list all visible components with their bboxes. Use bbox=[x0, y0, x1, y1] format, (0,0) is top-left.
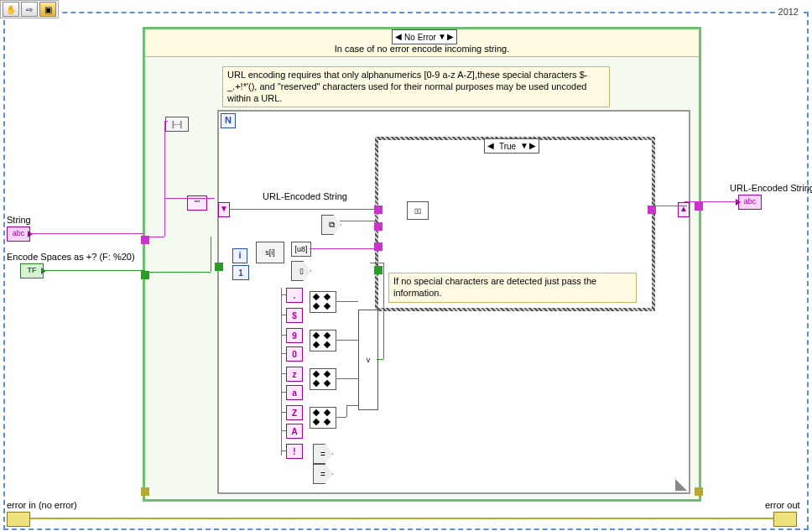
shift-register-left[interactable] bbox=[218, 202, 230, 217]
loop-i-label: i bbox=[238, 250, 241, 260]
highlight-exec-button[interactable]: ▣ bbox=[39, 2, 56, 17]
in-range-3[interactable] bbox=[310, 368, 336, 390]
chevron-down-icon[interactable]: ▼ bbox=[520, 141, 528, 151]
concatenate-strings[interactable]: ⧉ bbox=[321, 215, 341, 235]
string-tunnel-out bbox=[695, 202, 703, 211]
wire bbox=[164, 198, 215, 199]
const-label: $ bbox=[292, 311, 297, 320]
loop-iteration-terminal[interactable]: i bbox=[232, 248, 247, 263]
wire bbox=[310, 248, 375, 249]
const-label: a bbox=[292, 388, 297, 398]
arrow-tool-button[interactable]: ⇨ bbox=[21, 2, 38, 17]
in-range-4[interactable] bbox=[310, 407, 336, 429]
terminal-out-arrow-icon bbox=[41, 268, 46, 274]
or-label: v bbox=[367, 356, 371, 364]
loop-resize-handle[interactable] bbox=[675, 479, 687, 491]
abc-icon: abc bbox=[744, 197, 757, 206]
wire bbox=[684, 201, 696, 202]
error-out-terminal[interactable] bbox=[773, 512, 797, 527]
error-in-label: error in (no error) bbox=[7, 500, 77, 510]
string-subset-node[interactable]: s[i] bbox=[256, 242, 284, 263]
pan-tool-button[interactable]: ✋ bbox=[3, 2, 19, 17]
wire bbox=[336, 417, 346, 418]
terminal-in-arrow-icon bbox=[736, 199, 741, 206]
wire bbox=[281, 335, 286, 336]
inner-case-structure[interactable]: ◀ True ▼ ▶ ▯▯ If no special characters a… bbox=[375, 137, 655, 311]
in-range-1[interactable] bbox=[310, 291, 336, 313]
string-out-terminal[interactable]: abc bbox=[738, 195, 762, 210]
wire bbox=[30, 233, 143, 234]
for-loop[interactable]: N URL-Encoded String ⧉ s[i] [u8] ▯ i 1 ◀… bbox=[217, 110, 690, 494]
string-in-label: String bbox=[7, 215, 31, 225]
one-constant: 1 bbox=[232, 265, 249, 280]
char-const-dollar: $ bbox=[286, 308, 303, 323]
wire bbox=[281, 412, 286, 413]
inner-tunnel-green bbox=[374, 266, 383, 274]
wire bbox=[44, 270, 145, 271]
inner-case-comment: If no special characters are detected ju… bbox=[388, 273, 637, 303]
wire bbox=[281, 430, 286, 431]
inner-tunnel-in-3 bbox=[374, 242, 383, 251]
chevron-left-icon[interactable]: ◀ bbox=[487, 141, 495, 151]
char-const-Z-upper: Z bbox=[286, 405, 303, 420]
inner-case-selector[interactable]: ◀ True ▼ ▶ bbox=[484, 138, 539, 154]
encode-spaces-terminal[interactable]: TF bbox=[20, 263, 44, 279]
chevron-down-icon[interactable]: ▼ bbox=[438, 32, 446, 42]
wire bbox=[164, 121, 165, 237]
arrow-icon: ⇨ bbox=[26, 5, 33, 14]
error-in-terminal[interactable] bbox=[7, 512, 30, 527]
wire bbox=[383, 263, 384, 359]
compound-or[interactable]: v bbox=[358, 310, 378, 410]
equals-1[interactable]: = bbox=[313, 444, 333, 464]
const-label: 0 bbox=[292, 350, 297, 359]
case-header: ◀ No Error ▼ ▶ In case of no error encod… bbox=[145, 29, 699, 57]
string-length-node[interactable]: |···| bbox=[165, 117, 189, 132]
case-selector-text: No Error bbox=[403, 33, 438, 42]
index-array[interactable]: ▯ bbox=[291, 261, 311, 281]
char-const-z: z bbox=[286, 367, 303, 382]
abc-icon: abc bbox=[13, 229, 25, 237]
shift-register-right[interactable] bbox=[678, 202, 690, 217]
wire bbox=[30, 518, 773, 519]
const-label: ! bbox=[293, 447, 295, 456]
wire bbox=[346, 405, 347, 417]
case-structure[interactable]: ◀ No Error ▼ ▶ In case of no error encod… bbox=[143, 27, 701, 502]
format-into-string[interactable]: ▯▯ bbox=[407, 201, 429, 220]
hand-icon: ✋ bbox=[6, 5, 16, 14]
inner-tunnel-out bbox=[648, 206, 656, 214]
error-out-label: error out bbox=[765, 500, 800, 510]
wire bbox=[229, 209, 375, 210]
wire bbox=[281, 373, 286, 374]
encode-spaces-label: Encode Spaces as +? (F: %20) bbox=[7, 252, 135, 262]
chevron-left-icon[interactable]: ◀ bbox=[394, 32, 403, 42]
chevron-right-icon[interactable]: ▶ bbox=[528, 141, 537, 151]
url-encoded-label: URL-Encoded String bbox=[263, 191, 347, 201]
wire bbox=[336, 378, 358, 379]
loop-n-label: N bbox=[225, 115, 232, 125]
loop-count-terminal[interactable]: N bbox=[221, 113, 236, 128]
wire bbox=[146, 272, 211, 273]
inner-tunnel-in-1 bbox=[374, 206, 383, 214]
to-u8-node[interactable]: [u8] bbox=[291, 242, 311, 257]
char-const-A-upper: A bbox=[286, 424, 303, 439]
wire bbox=[281, 353, 286, 354]
toolbar: ✋ ⇨ ▣ bbox=[0, 0, 59, 18]
const-label: A bbox=[291, 427, 297, 436]
wire bbox=[346, 405, 358, 406]
chevron-right-icon[interactable]: ▶ bbox=[446, 32, 455, 42]
in-range-2[interactable] bbox=[310, 330, 336, 351]
wire bbox=[164, 121, 168, 122]
wire bbox=[696, 201, 738, 202]
wire bbox=[146, 237, 164, 237]
equals-2[interactable]: = bbox=[313, 464, 333, 484]
help-comment: URL encoding requires that only alphanum… bbox=[222, 66, 610, 107]
wire bbox=[336, 301, 358, 302]
char-const-dot: . bbox=[286, 288, 303, 303]
inner-tunnel-in-2 bbox=[374, 222, 383, 231]
terminal-out-arrow-icon bbox=[28, 231, 33, 237]
char-const-0: 0 bbox=[286, 346, 303, 362]
string-in-terminal[interactable]: abc bbox=[7, 226, 30, 242]
char-const-a: a bbox=[286, 385, 303, 400]
wire bbox=[281, 294, 286, 295]
case-selector[interactable]: ◀ No Error ▼ ▶ bbox=[392, 29, 457, 44]
